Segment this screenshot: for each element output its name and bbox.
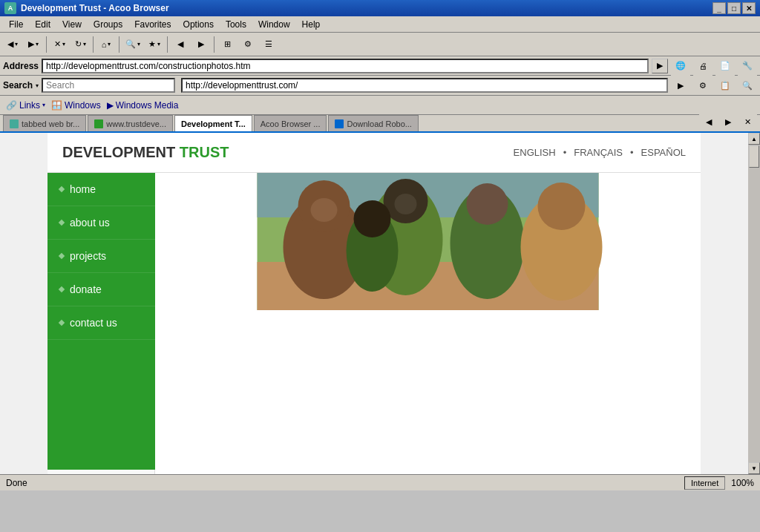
tab-label-3: Development T... bbox=[181, 119, 246, 128]
menu-tools[interactable]: Tools bbox=[220, 18, 252, 31]
url-input-2[interactable] bbox=[181, 78, 668, 93]
extra-button-2[interactable]: ⚙ bbox=[238, 35, 258, 54]
nav-left-icon: ◀ bbox=[177, 39, 183, 49]
search-button[interactable]: 🔍 ▾ bbox=[122, 35, 143, 54]
scroll-thumb[interactable] bbox=[749, 145, 759, 168]
tabs-bar: tabbed web br... www.trustdeve... Develo… bbox=[0, 115, 760, 133]
maximize-button[interactable]: □ bbox=[727, 2, 741, 14]
extra-button-3[interactable]: ☰ bbox=[259, 35, 278, 54]
nav-bullet-home bbox=[59, 186, 65, 192]
status-right: Internet 100% bbox=[684, 476, 754, 490]
app-icon: A bbox=[4, 2, 16, 14]
close-button[interactable]: ✕ bbox=[742, 2, 756, 14]
nav-home[interactable]: home bbox=[48, 173, 155, 206]
forward-icon: ▶ bbox=[28, 39, 34, 49]
page-icon: 📄 bbox=[720, 61, 730, 70]
nav-contact[interactable]: contact us bbox=[48, 306, 155, 340]
menu-edit[interactable]: Edit bbox=[29, 18, 56, 31]
lang-francais[interactable]: FRANÇAIS bbox=[574, 147, 623, 158]
address-go-button[interactable]: ▶ bbox=[652, 59, 668, 73]
url-extra2-button[interactable]: 🔍 bbox=[738, 76, 757, 95]
windows-icon: 🪟 bbox=[51, 100, 62, 111]
minimize-button[interactable]: _ bbox=[712, 2, 726, 14]
nav-about-us[interactable]: about us bbox=[48, 206, 155, 240]
nav-right-icon: ▶ bbox=[198, 39, 204, 49]
website-content: DEVELOPMENT TRUST ENGLISH • FRANÇAIS • E… bbox=[0, 133, 748, 474]
site-sidebar: home about us projects donate bbox=[48, 173, 155, 470]
tab-scroll-left[interactable]: ◀ bbox=[699, 112, 718, 131]
site-body: home about us projects donate bbox=[48, 173, 701, 470]
tab-tabbed-web[interactable]: tabbed web br... bbox=[3, 115, 86, 131]
svg-point-8 bbox=[467, 183, 508, 225]
page-button[interactable]: 📄 bbox=[715, 56, 735, 76]
nav-bullet-projects bbox=[59, 253, 65, 259]
lang-espanol[interactable]: ESPAÑOL bbox=[641, 147, 686, 158]
tab-acoo-browser[interactable]: Acoo Browser ... bbox=[254, 115, 327, 131]
tab-trust-dev[interactable]: www.trustdeve... bbox=[88, 115, 173, 131]
windows-link[interactable]: 🪟 Windows bbox=[51, 100, 101, 111]
scroll-down-button[interactable]: ▼ bbox=[748, 462, 760, 474]
back-button[interactable]: ◀ ▾ bbox=[3, 35, 22, 54]
media-icon: ▶ bbox=[107, 100, 114, 111]
address-extra-btn[interactable]: 🌐 bbox=[671, 56, 690, 76]
menu-view[interactable]: View bbox=[56, 18, 88, 31]
refresh-arrow-icon: ▾ bbox=[83, 41, 86, 47]
links-arrow-icon: ▾ bbox=[42, 102, 45, 108]
nav-left-button[interactable]: ◀ bbox=[171, 35, 190, 54]
nav-donate-label: donate bbox=[70, 283, 102, 295]
tab-scroll-right[interactable]: ▶ bbox=[718, 112, 738, 131]
svg-point-12 bbox=[354, 200, 391, 237]
print-button[interactable]: 🖨 bbox=[693, 56, 712, 76]
address-label: Address bbox=[3, 61, 39, 71]
menu-help[interactable]: Help bbox=[296, 18, 327, 31]
menu-file[interactable]: File bbox=[3, 18, 29, 31]
favorites-button[interactable]: ★ ▾ bbox=[145, 35, 164, 54]
menu-favorites[interactable]: Favorites bbox=[128, 18, 177, 31]
list-icon: ☰ bbox=[265, 39, 272, 49]
settings-icon: ⚙ bbox=[244, 39, 252, 49]
menu-options[interactable]: Options bbox=[177, 18, 220, 31]
search-links-row: Search ▾ ▶ ⚙ 📋 🔍 bbox=[0, 76, 760, 96]
links-button[interactable]: 🔗 Links ▾ bbox=[6, 100, 45, 111]
zone-text: Internet bbox=[691, 479, 718, 487]
nav-bullet-about bbox=[59, 220, 65, 226]
menu-groups[interactable]: Groups bbox=[88, 18, 128, 31]
browser-content-area: DEVELOPMENT TRUST ENGLISH • FRANÇAIS • E… bbox=[0, 133, 760, 474]
language-nav: ENGLISH • FRANÇAIS • ESPAÑOL bbox=[514, 147, 686, 158]
links-bar: 🔗 Links ▾ 🪟 Windows ▶ Windows Media bbox=[0, 96, 760, 115]
url-extra-button[interactable]: 📋 bbox=[715, 76, 735, 95]
search-arrow-icon: ▾ bbox=[137, 41, 140, 47]
nav-projects-label: projects bbox=[70, 250, 106, 262]
lang-english[interactable]: ENGLISH bbox=[514, 147, 556, 158]
nav-right-button[interactable]: ▶ bbox=[191, 35, 211, 54]
search-input[interactable] bbox=[42, 78, 175, 93]
stop-button[interactable]: ✕ ▾ bbox=[50, 35, 69, 54]
search-icon: 🔍 bbox=[125, 39, 136, 49]
extra-button-1[interactable]: ⊞ bbox=[217, 35, 237, 54]
nav-about-label: about us bbox=[70, 217, 110, 229]
scroll-track[interactable] bbox=[748, 145, 760, 462]
windows-media-link[interactable]: ▶ Windows Media bbox=[107, 100, 179, 111]
url-go-button[interactable]: ▶ bbox=[671, 76, 690, 95]
tools-button[interactable]: 🔧 bbox=[738, 56, 757, 76]
hero-image bbox=[155, 173, 701, 310]
home-arrow-icon: ▾ bbox=[108, 41, 111, 47]
toolbar-separator-5 bbox=[214, 36, 214, 53]
links-icon: 🔗 bbox=[6, 100, 17, 111]
svg-point-10 bbox=[538, 183, 586, 230]
tab-close-all[interactable]: ✕ bbox=[738, 112, 757, 131]
url-settings-button[interactable]: ⚙ bbox=[693, 76, 712, 95]
menu-window[interactable]: Window bbox=[252, 18, 296, 31]
scroll-up-button[interactable]: ▲ bbox=[748, 133, 760, 145]
photos-column: Latest Construction Site Pictures Click … bbox=[155, 470, 701, 474]
tab-download-robo[interactable]: Download Robo... bbox=[328, 115, 418, 131]
zoom-level: 100% bbox=[731, 478, 754, 488]
status-text: Done bbox=[6, 478, 27, 488]
refresh-button[interactable]: ↻ ▾ bbox=[71, 35, 90, 54]
address-input[interactable] bbox=[42, 59, 649, 73]
nav-donate[interactable]: donate bbox=[48, 273, 155, 306]
nav-projects[interactable]: projects bbox=[48, 240, 155, 273]
home-button[interactable]: ⌂ ▾ bbox=[96, 35, 116, 54]
forward-button[interactable]: ▶ ▾ bbox=[24, 35, 43, 54]
tab-development-trust[interactable]: Development T... bbox=[174, 115, 252, 131]
